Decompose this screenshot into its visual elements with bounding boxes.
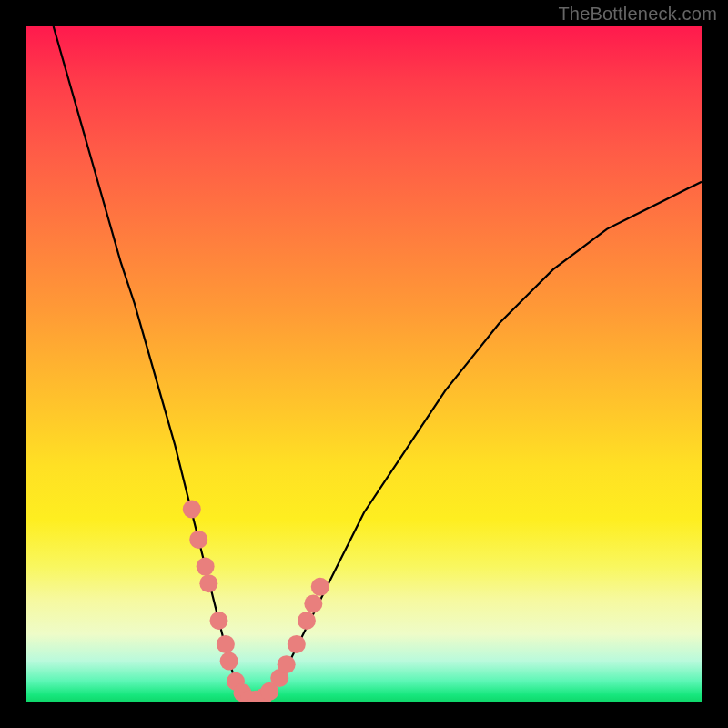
sample-dot [298, 612, 316, 630]
sample-dot [220, 652, 238, 670]
sample-dot [199, 574, 217, 592]
watermark-text: TheBottleneck.com [558, 4, 717, 25]
chart-frame [26, 26, 702, 702]
dots-svg [26, 26, 702, 702]
sample-dot [288, 635, 306, 653]
sample-dot [209, 612, 228, 630]
sample-dot [189, 531, 207, 549]
sample-dot [197, 558, 215, 576]
dots-group [183, 500, 329, 702]
sample-dot [304, 594, 322, 612]
sample-dot [183, 500, 201, 519]
sample-dot [311, 578, 329, 596]
sample-dot [217, 635, 235, 653]
sample-dot [278, 655, 296, 673]
